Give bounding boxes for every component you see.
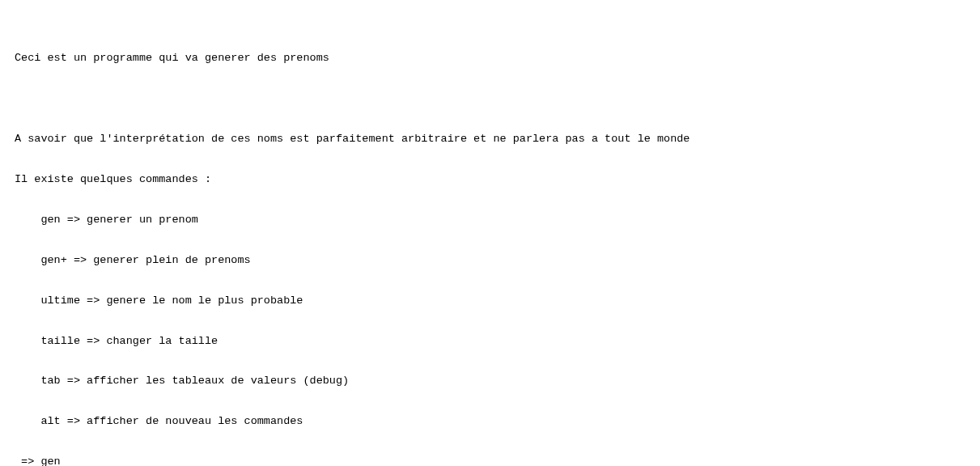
cmd-ultime: ultime => genere le nom le plus probable [15,291,965,311]
cmd-tab: tab => afficher les tableaux de valeurs … [15,371,965,392]
cmd-gen-plus: gen+ => generer plein de prenoms [15,251,965,271]
cmd-gen: gen => generer un prenom [15,210,965,231]
commands-header: Il existe quelques commandes : [15,170,965,190]
cmd-alt: alt => afficher de nouveau les commandes [15,412,965,432]
cmd-taille: taille => changer la taille [15,332,965,352]
intro-title: Ceci est un programme qui va generer des… [15,49,965,69]
blank-line [15,89,965,109]
intro-note: A savoir que l'interprétation de ces nom… [15,129,965,150]
prompt-input[interactable]: => gen [15,452,965,466]
